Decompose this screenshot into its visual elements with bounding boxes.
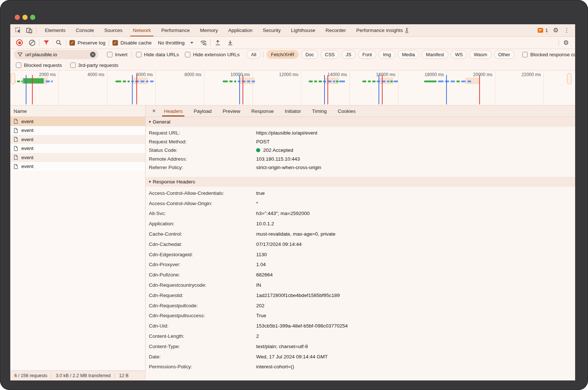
details-tab[interactable]: Initiator	[284, 105, 302, 117]
header-name: Access-Control-Allow-Origin:	[149, 201, 256, 206]
type-filter-pill[interactable]: Manifest	[422, 50, 448, 59]
type-filter-pill[interactable]: WS	[451, 50, 467, 59]
details-tab[interactable]: Timing	[311, 105, 327, 117]
chevron-down-icon	[190, 42, 193, 44]
zoom-window-button[interactable]	[30, 15, 35, 20]
import-har-button[interactable]	[212, 38, 223, 47]
more-options-button[interactable]: ⋮	[561, 26, 572, 35]
header-row: Cdn-Edgestorageid: 1130	[146, 249, 575, 260]
header-row: Permissions-Policy: interest-cohort=()	[146, 362, 575, 372]
export-har-button[interactable]	[225, 38, 236, 47]
timeline-activity-segment	[424, 80, 437, 82]
preserve-log-checkbox[interactable]: ✓ Preserve log	[68, 40, 107, 46]
timeline-overview[interactable]: 2000 ms4000 ms6000 ms8000 ms10000 ms1200…	[10, 71, 575, 105]
hide-extension-urls-checkbox[interactable]: Hide extension URLs	[183, 52, 241, 57]
details-tab[interactable]: Payload	[193, 105, 212, 117]
timeline-activity-segment	[309, 80, 313, 82]
close-window-button[interactable]	[15, 15, 20, 20]
main-tab[interactable]: Security	[260, 24, 283, 36]
inspect-cursor-icon	[15, 27, 21, 33]
filter-input[interactable]: url:plausible.io ×	[14, 50, 98, 59]
header-row: Referrer Policy: strict-origin-when-cros…	[146, 163, 575, 172]
timeline-activity-segment	[51, 80, 53, 82]
request-row[interactable]: event	[10, 144, 145, 153]
overview-grip-left[interactable]	[11, 73, 15, 84]
issues-icon	[538, 28, 543, 33]
type-filter-pill[interactable]: Other	[494, 50, 515, 59]
hide-data-urls-checkbox[interactable]: Hide data URLs	[134, 52, 181, 57]
checkbox-unchecked-icon	[70, 62, 76, 68]
main-tab[interactable]: Memory	[197, 24, 220, 36]
timeline-activity-segment	[479, 75, 480, 104]
funnel-small-icon	[18, 53, 22, 57]
header-name: Cdn-Requestcountrycode:	[149, 282, 256, 288]
timeline-activity-segment	[128, 80, 130, 82]
type-filter-pill[interactable]: Media	[398, 50, 419, 59]
blocked-response-cookies-checkbox[interactable]: Blocked response cookies	[520, 52, 575, 57]
requests-count: 6 / 156 requests	[14, 373, 47, 378]
header-value: h3=":443"; ma=2592000	[256, 211, 309, 216]
main-tab[interactable]: Recorder	[323, 24, 349, 36]
type-filter-pill[interactable]: JS	[341, 50, 356, 59]
main-tab[interactable]: Performance	[159, 24, 192, 36]
main-tab[interactable]: Performance insights	[354, 24, 412, 36]
type-filter-pill[interactable]: Wasm	[469, 50, 491, 59]
blocked-requests-checkbox[interactable]: Blocked requests	[14, 62, 64, 68]
clear-filter-button[interactable]: ×	[90, 52, 96, 57]
timeline-activity-segment	[243, 75, 243, 104]
network-settings-button[interactable]: ⚙	[560, 38, 571, 47]
details-tab[interactable]: Cookies	[337, 105, 356, 117]
type-filter-pill[interactable]: Doc	[301, 50, 318, 59]
type-filter-pill[interactable]: All	[247, 50, 261, 59]
inspect-element-button[interactable]	[12, 26, 24, 35]
invert-checkbox[interactable]: Invert	[105, 52, 129, 57]
wifi-gear-icon	[200, 40, 207, 46]
throttling-select[interactable]: No throttling	[155, 40, 197, 46]
type-filter-pill[interactable]: Fetch/XHR	[266, 50, 299, 59]
header-name: Permissions-Policy:	[149, 364, 256, 369]
minimize-window-button[interactable]	[22, 15, 28, 20]
main-tab[interactable]: Elements	[42, 24, 68, 36]
overview-grip-right[interactable]	[567, 73, 571, 84]
general-section-header[interactable]: ▾ General	[146, 117, 575, 127]
document-icon	[14, 137, 18, 142]
main-tab[interactable]: Lighthouse	[288, 24, 318, 36]
details-tab[interactable]: Response	[251, 105, 275, 117]
filter-toggle-button[interactable]	[41, 38, 52, 47]
third-party-requests-checkbox[interactable]: 3rd-party requests	[68, 62, 121, 68]
timeline-activity-segment	[319, 80, 322, 82]
blocked-requests-label: Blocked requests	[24, 62, 62, 68]
record-network-log-button[interactable]	[14, 38, 25, 47]
request-row[interactable]: event	[10, 135, 145, 144]
status-bar: 6 / 156 requests 3.0 kB / 2.2 MB transfe…	[10, 371, 145, 380]
clear-network-log-button[interactable]	[26, 38, 37, 47]
type-filter-pill[interactable]: Img	[379, 50, 395, 59]
details-tab[interactable]: Headers	[163, 105, 183, 117]
response-headers-section-header[interactable]: ▾ Response Headers	[146, 177, 575, 187]
request-row[interactable]: event	[10, 162, 145, 171]
details-tab[interactable]: Preview	[222, 105, 241, 117]
network-conditions-button[interactable]	[198, 38, 209, 47]
name-column-header[interactable]: Name	[10, 105, 145, 117]
main-tab[interactable]: Sources	[102, 24, 125, 36]
header-row: Cdn-Uid: 153cb5b1-399a-48ef-b5bf-098c037…	[146, 321, 575, 331]
header-row: Request URL: https://plausible.io/api/ev…	[146, 129, 575, 137]
timeline-activity-segment	[239, 75, 240, 104]
type-filter-pill[interactable]: Font	[358, 50, 376, 59]
main-tab[interactable]: Network	[130, 24, 154, 36]
device-toolbar-button[interactable]	[24, 26, 35, 35]
header-value: Wed, 17 Jul 2024 09:14:44 GMT	[256, 354, 328, 359]
main-tab[interactable]: Console	[73, 24, 97, 36]
type-filter-pill[interactable]: CSS	[320, 50, 339, 59]
search-button[interactable]	[53, 38, 64, 47]
request-row[interactable]: event	[10, 117, 145, 126]
header-name: Cdn-Requestpullcode:	[149, 303, 256, 308]
header-name: Alt-Svc:	[149, 211, 256, 216]
close-details-button[interactable]: ×	[148, 105, 160, 117]
disable-cache-checkbox[interactable]: ✓ Disable cache	[111, 40, 154, 46]
issues-button[interactable]: 1	[535, 28, 550, 33]
settings-button[interactable]: ⚙	[550, 26, 561, 35]
request-row[interactable]: event	[10, 126, 145, 135]
main-tab[interactable]: Application	[226, 24, 255, 36]
request-row[interactable]: event	[10, 153, 145, 162]
